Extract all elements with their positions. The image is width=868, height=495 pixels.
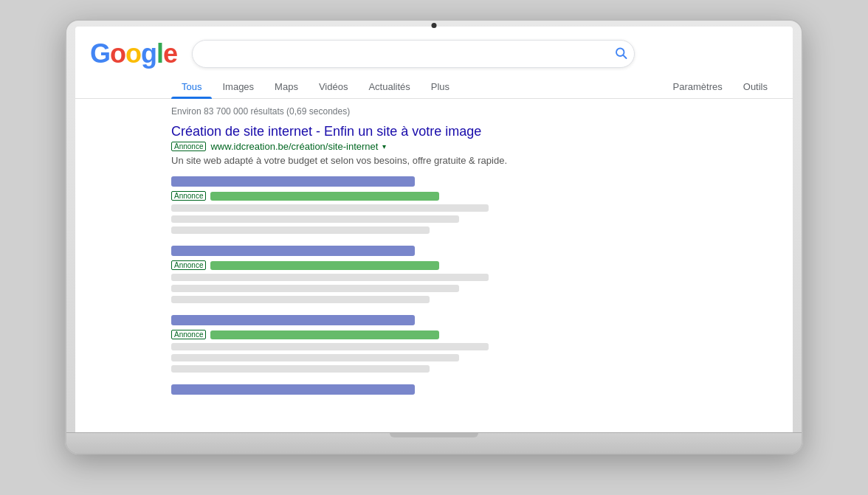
- results-info: Environ 83 700 000 résultats (0,69 secon…: [75, 99, 793, 124]
- laptop-body: Google création site internet: [65, 19, 803, 454]
- logo-o2: o: [125, 38, 141, 69]
- tab-plus[interactable]: Plus: [421, 75, 460, 98]
- screen-bezel: Google création site internet: [75, 27, 793, 438]
- ph-line-2a: [171, 274, 489, 281]
- tab-videos[interactable]: Vidéos: [309, 75, 359, 98]
- tab-parametres[interactable]: Paramètres: [663, 75, 733, 98]
- ph-line-3a: [171, 343, 489, 350]
- ph-title-1: [171, 176, 415, 187]
- ph-line-3b: [171, 354, 459, 361]
- ph-line-3c: [171, 365, 430, 373]
- tab-tous[interactable]: Tous: [171, 75, 212, 98]
- search-button[interactable]: [614, 46, 627, 61]
- results-content: Création de site internet - Enfin un sit…: [75, 124, 793, 395]
- google-header: Google création site internet: [75, 38, 793, 69]
- ph-url-row-2: Annonce: [171, 260, 778, 270]
- ph-url-row-1: Annonce: [171, 191, 778, 201]
- ph-url-1: [210, 192, 439, 201]
- ph-line-2c: [171, 296, 430, 303]
- logo-e: e: [163, 38, 177, 69]
- ph-title-4: [171, 384, 415, 395]
- result-title-link[interactable]: Création de site internet - Enfin un sit…: [171, 124, 481, 139]
- placeholder-block-2: Annonce: [171, 246, 778, 303]
- result-url-line: Annonce www.idcreation.be/création/site-…: [171, 141, 778, 152]
- annonce-badge-2: Annonce: [171, 191, 206, 201]
- laptop-wrapper: Google création site internet: [65, 19, 803, 477]
- tab-images[interactable]: Images: [212, 75, 264, 98]
- google-logo: Google: [90, 38, 177, 69]
- logo-o1: o: [110, 38, 125, 69]
- google-page: Google création site internet: [75, 27, 793, 438]
- ph-title-3: [171, 315, 415, 325]
- ph-url-row-3: Annonce: [171, 330, 778, 339]
- search-icon: [614, 46, 627, 59]
- result-url: www.idcreation.be/création/site-internet: [210, 141, 378, 152]
- ph-line-1b: [171, 215, 459, 223]
- annonce-badge-3: Annonce: [171, 260, 206, 270]
- tab-maps[interactable]: Maps: [264, 75, 309, 98]
- ph-line-2b: [171, 285, 459, 292]
- annonce-badge-4: Annonce: [171, 330, 206, 339]
- search-input[interactable]: création site internet: [192, 40, 635, 68]
- placeholder-block-4: [171, 384, 778, 395]
- result-snippet: Un site web adapté à votre budget et sel…: [171, 153, 540, 168]
- placeholder-results: Annonce Annonce: [171, 176, 778, 395]
- ph-line-1c: [171, 226, 430, 234]
- tab-outils[interactable]: Outils: [733, 75, 778, 98]
- tab-actualites[interactable]: Actualités: [358, 75, 420, 98]
- svg-line-1: [624, 55, 627, 58]
- laptop-screen: Google création site internet: [75, 27, 793, 438]
- ph-url-3: [210, 330, 439, 339]
- logo-l: l: [156, 38, 163, 69]
- annonce-badge-1: Annonce: [171, 142, 206, 151]
- placeholder-block-1: Annonce: [171, 176, 778, 234]
- search-bar-wrapper: création site internet: [192, 40, 635, 68]
- placeholder-block-3: Annonce: [171, 315, 778, 373]
- logo-g: G: [90, 38, 110, 69]
- ph-line-1a: [171, 204, 489, 212]
- nav-right: Paramètres Outils: [663, 75, 778, 98]
- laptop-base: [65, 432, 803, 453]
- url-arrow-icon: ▾: [382, 142, 386, 150]
- ph-url-2: [210, 261, 439, 270]
- logo-g2: g: [141, 38, 156, 69]
- svg-point-0: [616, 48, 624, 56]
- first-result: Création de site internet - Enfin un sit…: [171, 124, 778, 168]
- nav-tabs: Tous Images Maps Vidéos Actualités Plus …: [75, 75, 793, 99]
- camera-dot: [432, 23, 437, 28]
- ph-title-2: [171, 246, 415, 256]
